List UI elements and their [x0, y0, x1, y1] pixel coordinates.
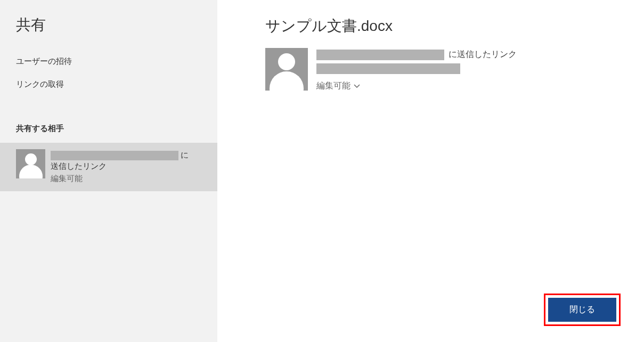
document-title: サンプル文書.docx [265, 16, 644, 36]
sidebar-section-shared-with: 共有する相手 [0, 117, 217, 136]
main-share-text: に送信したリンク 編集可能 [316, 48, 517, 92]
sidebar-share-permission: 編集可能 [51, 174, 201, 184]
main-share-recipient-line: に送信したリンク [316, 49, 517, 60]
chevron-down-icon [354, 84, 360, 88]
sidebar-item-get-link[interactable]: リンクの取得 [0, 73, 217, 96]
avatar-icon [16, 149, 45, 178]
redacted-name-placeholder [316, 50, 444, 60]
sidebar-share-recipient-line: に [51, 150, 201, 160]
sidebar-title: 共有 [0, 15, 217, 35]
permission-label: 編集可能 [316, 80, 350, 92]
main-content: サンプル文書.docx に送信したリンク 編集可能 閉じる [217, 0, 644, 342]
main-share-user-row: に送信したリンク 編集可能 [265, 48, 644, 92]
sidebar-item-invite-users[interactable]: ユーザーの招待 [0, 50, 217, 73]
sidebar-share-link-sent: 送信したリンク [51, 161, 201, 172]
share-sidebar: 共有 ユーザーの招待 リンクの取得 共有する相手 に 送信したリンク 編集可能 [0, 0, 217, 342]
main-share-suffix: に送信したリンク [449, 49, 517, 60]
close-button-highlight: 閉じる [544, 294, 621, 326]
close-button[interactable]: 閉じる [548, 298, 616, 322]
redacted-email-placeholder [316, 63, 517, 80]
avatar-icon [265, 48, 308, 91]
redacted-name-placeholder [51, 151, 178, 160]
sidebar-shared-user-item[interactable]: に 送信したリンク 編集可能 [0, 143, 217, 191]
permission-dropdown[interactable]: 編集可能 [316, 80, 517, 92]
sidebar-share-text: に 送信したリンク 編集可能 [51, 149, 201, 184]
sidebar-share-suffix: に [181, 150, 189, 160]
